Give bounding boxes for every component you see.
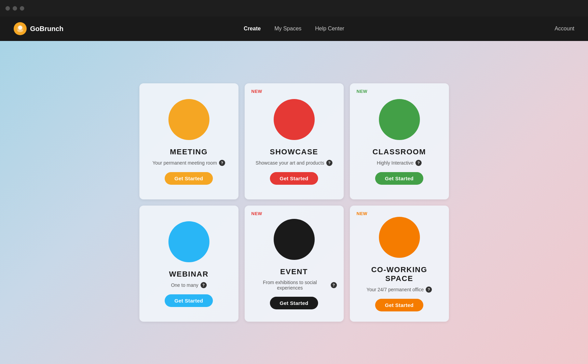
get-started-webinar[interactable]: Get Started: [165, 294, 213, 307]
card-showcase: NEW SHOWCASE Showcase your art and produ…: [245, 83, 344, 199]
nav-create[interactable]: Create: [244, 26, 261, 32]
nav-links: Create My Spaces Help Center: [244, 26, 344, 32]
nav-my-spaces[interactable]: My Spaces: [274, 26, 301, 32]
get-started-event[interactable]: Get Started: [270, 297, 318, 309]
circle-meeting: [168, 99, 209, 140]
circle-showcase: [274, 99, 315, 140]
logo-text: GoBrunch: [30, 25, 64, 33]
title-showcase: SHOWCASE: [270, 148, 318, 156]
desc-showcase: Showcase your art and products ?: [256, 160, 332, 166]
svg-point-1: [18, 26, 22, 30]
help-icon-webinar[interactable]: ?: [201, 282, 207, 288]
title-coworking: CO-WORKING SPACE: [357, 265, 442, 283]
title-bar: [0, 0, 588, 16]
title-classroom: CLASSROOM: [372, 148, 426, 156]
help-icon-classroom[interactable]: ?: [415, 160, 422, 166]
circle-event: [274, 219, 315, 260]
card-event: NEW EVENT From exhibitions to social exp…: [245, 206, 344, 322]
nav-help-center[interactable]: Help Center: [315, 26, 344, 32]
desc-webinar: One to many ?: [171, 282, 206, 288]
card-webinar: WEBINAR One to many ? Get Started: [139, 206, 238, 322]
navbar: GoBrunch Create My Spaces Help Center Ac…: [0, 16, 588, 41]
badge-coworking: NEW: [357, 211, 368, 216]
circle-webinar: [168, 221, 209, 262]
desc-coworking: Your 24/7 permanent office ?: [367, 286, 432, 293]
svg-point-2: [17, 29, 23, 32]
card-meeting: MEETING Your permanent meeting room ? Ge…: [139, 83, 238, 199]
nav-account[interactable]: Account: [555, 26, 574, 32]
title-webinar: WEBINAR: [169, 270, 209, 279]
help-icon-event[interactable]: ?: [331, 282, 337, 288]
traffic-light-green[interactable]: [20, 6, 24, 11]
get-started-meeting[interactable]: Get Started: [165, 172, 213, 185]
title-event: EVENT: [280, 267, 308, 276]
desc-meeting: Your permanent meeting room ?: [152, 160, 225, 166]
get-started-classroom[interactable]: Get Started: [375, 172, 423, 185]
badge-classroom: NEW: [357, 89, 368, 94]
get-started-coworking[interactable]: Get Started: [375, 299, 423, 311]
get-started-showcase[interactable]: Get Started: [270, 172, 318, 185]
help-icon-showcase[interactable]: ?: [326, 160, 332, 166]
logo-icon: [14, 22, 27, 35]
main-content: MEETING Your permanent meeting room ? Ge…: [0, 41, 588, 364]
traffic-light-red[interactable]: [5, 6, 10, 11]
desc-event: From exhibitions to social experiences ?: [251, 280, 337, 291]
cards-grid: MEETING Your permanent meeting room ? Ge…: [139, 83, 449, 322]
help-icon-meeting[interactable]: ?: [219, 160, 225, 166]
circle-coworking: [379, 217, 420, 258]
desc-classroom: Highly Interactive ?: [377, 160, 422, 166]
title-meeting: MEETING: [170, 148, 208, 156]
help-icon-coworking[interactable]: ?: [426, 286, 432, 293]
logo[interactable]: GoBrunch: [14, 22, 64, 35]
card-classroom: NEW CLASSROOM Highly Interactive ? Get S…: [350, 83, 449, 199]
circle-classroom: [379, 99, 420, 140]
badge-showcase: NEW: [251, 89, 262, 94]
badge-event: NEW: [251, 211, 262, 216]
traffic-light-yellow[interactable]: [13, 6, 17, 11]
card-coworking: NEW CO-WORKING SPACE Your 24/7 permanent…: [350, 206, 449, 322]
